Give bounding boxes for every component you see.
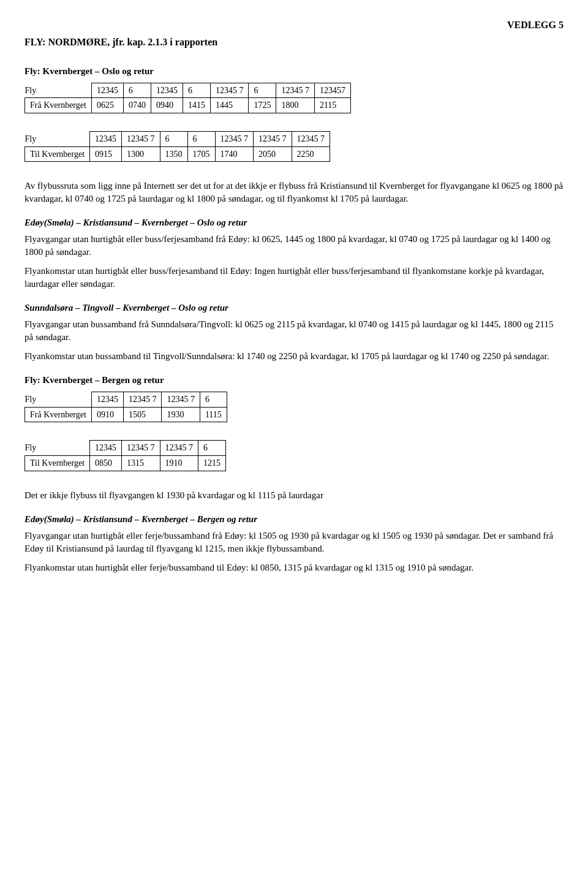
fra-kvernberget-bergen-label: Frå Kvernberget xyxy=(25,407,92,422)
time-cell: 1910 xyxy=(160,455,198,471)
fly-label-fra-bergen: Fly xyxy=(25,392,92,408)
main-title: FLY: NORDMØRE, jfr. kap. 2.1.3 i rapport… xyxy=(24,36,564,49)
section2-para2: Flyankomstar utan hurtigbåt eller buss/f… xyxy=(24,265,564,290)
time-cell: 1445 xyxy=(210,98,249,113)
til-kvernberget-bergen-label: Til Kvernberget xyxy=(25,455,90,471)
table-til-oslo: Fly 12345 12345 7 6 6 12345 7 12345 7 12… xyxy=(24,131,330,162)
time-cell: 0850 xyxy=(90,455,122,471)
table-til-bergen: Fly 12345 12345 7 12345 7 6 Til Kvernber… xyxy=(24,440,226,471)
section-bergen: Fly: Kvernberget – Bergen og retur Fly 1… xyxy=(24,374,564,501)
section1-note: Av flybussruta som ligg inne på Internet… xyxy=(24,180,564,205)
fra-kvernberget-label: Frå Kvernberget xyxy=(25,98,92,113)
time-cell: 0910 xyxy=(91,407,123,422)
section-sunndalsora: Sunndalsøra – Tingvoll – Kvernberget – O… xyxy=(24,302,564,363)
col-header: 6 xyxy=(249,83,276,98)
col-header: 12345 xyxy=(151,83,183,98)
time-cell: 1725 xyxy=(249,98,276,113)
time-cell: 1800 xyxy=(276,98,315,113)
fly-label-til-oslo: Fly xyxy=(25,131,90,146)
fly-label-til-bergen: Fly xyxy=(25,441,90,456)
col-header: 12345 7 xyxy=(160,441,198,456)
section5-title: Edøy(Smøla) – Kristiansund – Kvernberget… xyxy=(24,513,564,526)
time-cell: 1350 xyxy=(160,146,187,162)
col-header: 12345 7 xyxy=(215,131,254,146)
time-cell: 0915 xyxy=(90,146,122,162)
time-cell: 1215 xyxy=(198,455,226,471)
time-cell: 0625 xyxy=(91,98,123,113)
section2-title: Edøy(Smøla) – Kristiansund – Kvernberget… xyxy=(24,216,564,229)
time-cell: 1315 xyxy=(122,455,160,471)
time-cell: 0940 xyxy=(151,98,183,113)
col-header: 6 xyxy=(183,83,210,98)
fly-label-fra-oslo: Fly xyxy=(25,83,92,98)
time-cell: 1505 xyxy=(123,407,162,422)
col-header: 12345 xyxy=(91,392,123,408)
table-fra-bergen: Fly 12345 12345 7 12345 7 6 Frå Kvernber… xyxy=(24,392,227,422)
col-header: 12345 7 xyxy=(254,131,292,146)
time-cell: 1415 xyxy=(183,98,210,113)
section3-title: Sunndalsøra – Tingvoll – Kvernberget – O… xyxy=(24,302,564,314)
col-header: 12345 7 xyxy=(210,83,249,98)
section-bergen-title: Fly: Kvernberget – Bergen og retur xyxy=(24,374,564,387)
col-header: 12345 7 xyxy=(122,131,160,146)
col-header: 12345 7 xyxy=(292,131,330,146)
time-cell: 0740 xyxy=(123,98,151,113)
section-oslo: Fly: Kvernberget – Oslo og retur Fly 123… xyxy=(24,65,564,205)
section-edoy-bergen: Edøy(Smøla) – Kristiansund – Kvernberget… xyxy=(24,513,564,574)
col-header: 12345 7 xyxy=(276,83,315,98)
til-kvernberget-label: Til Kvernberget xyxy=(25,146,90,162)
section-edoy-oslo: Edøy(Smøla) – Kristiansund – Kvernberget… xyxy=(24,216,564,290)
section2-para1: Flyavgangar utan hurtigbåt eller buss/fe… xyxy=(24,233,564,259)
col-header: 12345 xyxy=(91,83,123,98)
col-header: 6 xyxy=(198,441,226,456)
col-header: 6 xyxy=(200,392,227,408)
time-cell: 2050 xyxy=(254,146,292,162)
section4-note: Det er ikkje flybuss til flyavgangen kl … xyxy=(24,489,564,502)
time-cell: 2115 xyxy=(314,98,350,113)
section3-para2: Flyankomstar utan bussamband til Tingvol… xyxy=(24,350,564,363)
col-header: 12345 7 xyxy=(162,392,200,408)
col-header: 12345 xyxy=(90,441,122,456)
time-cell: 1300 xyxy=(122,146,160,162)
section3-para1: Flyavgangar utan bussamband frå Sunndals… xyxy=(24,318,564,344)
time-cell: 1115 xyxy=(200,407,227,422)
col-header: 6 xyxy=(187,131,215,146)
col-header: 6 xyxy=(160,131,187,146)
vedlegg-label: VEDLEGG 5 xyxy=(24,18,564,32)
col-header: 12345 7 xyxy=(122,441,160,456)
section-oslo-title: Fly: Kvernberget – Oslo og retur xyxy=(24,65,564,78)
col-header: 12345 xyxy=(90,131,122,146)
table-fra-oslo: Fly 12345 6 12345 6 12345 7 6 12345 7 12… xyxy=(24,83,351,113)
time-cell: 1930 xyxy=(162,407,200,422)
col-header: 123457 xyxy=(314,83,350,98)
section5-para1: Flyavgangar utan hurtigbåt eller ferje/b… xyxy=(24,529,564,555)
time-cell: 1740 xyxy=(215,146,254,162)
time-cell: 2250 xyxy=(292,146,330,162)
col-header: 12345 7 xyxy=(123,392,162,408)
section5-para2: Flyankomstar utan hurtigbåt eller ferje/… xyxy=(24,561,564,574)
col-header: 6 xyxy=(123,83,151,98)
time-cell: 1705 xyxy=(187,146,215,162)
